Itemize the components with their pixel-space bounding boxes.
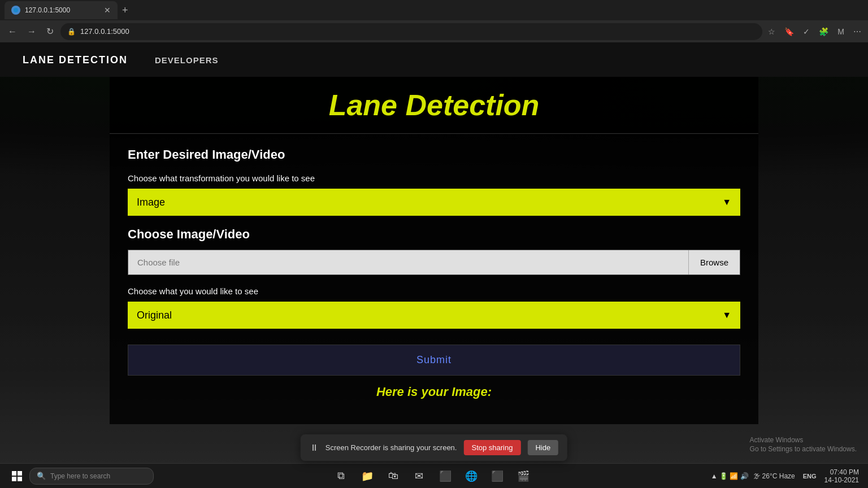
tab-favicon: [11, 6, 20, 15]
browser-tab-bar: 127.0.0.1:5000 ✕ +: [0, 0, 868, 20]
view-dropdown-wrapper: Original Grayscale Edge Detection Lane D…: [128, 302, 740, 329]
result-section: Here is your Image:: [128, 385, 740, 399]
view-select[interactable]: Original Grayscale Edge Detection Lane D…: [128, 302, 740, 329]
screen-share-bar: ⏸ Screen Recorder is sharing your screen…: [301, 434, 567, 461]
taskbar-search-icon: 🔍: [37, 472, 46, 480]
svg-point-0: [14, 8, 18, 12]
profile-icon[interactable]: M: [835, 25, 847, 38]
transformation-dropdown-wrapper: Image Video ▼: [128, 189, 740, 216]
section-heading-row: Enter Desired Image/Video: [128, 147, 740, 162]
taskbar-terminal-icon[interactable]: ⬛: [486, 465, 509, 487]
svg-rect-2: [18, 471, 22, 476]
taskbar-store-icon[interactable]: 🛍: [382, 465, 405, 487]
submit-button[interactable]: Submit: [128, 345, 740, 376]
file-input-row: Choose Image/Video Browse: [128, 227, 740, 275]
todo-icon[interactable]: ✓: [801, 25, 812, 38]
svg-rect-3: [12, 477, 16, 481]
tab-close-icon[interactable]: ✕: [104, 6, 111, 15]
transformation-row: Choose what transformation you would lik…: [128, 173, 740, 216]
address-bar[interactable]: 🔒 127.0.0.1:5000: [60, 23, 762, 40]
stop-sharing-button[interactable]: Stop sharing: [463, 440, 520, 455]
taskbar-time: 07:40 PM: [824, 468, 859, 476]
activate-windows-watermark: Activate Windows Go to Settings to activ…: [750, 436, 857, 454]
panel-header: Lane Detection: [110, 77, 758, 134]
app-navbar: LANE DETECTION DEVELOPERS: [0, 43, 868, 77]
navbar-brand[interactable]: LANE DETECTION: [23, 54, 128, 66]
taskbar-clock: 07:40 PM 14-10-2021: [824, 468, 859, 484]
bookmark-icon[interactable]: ☆: [766, 25, 778, 38]
taskbar-app-icons: ⧉ 📁 🛍 ✉ ⬛ 🌐 ⬛ 🎬: [154, 465, 711, 487]
section-heading: Enter Desired Image/Video: [128, 147, 740, 162]
hide-button[interactable]: Hide: [527, 440, 558, 455]
activate-windows-line2: Go to Settings to activate Windows.: [750, 445, 857, 453]
taskbar-search-box[interactable]: 🔍 Type here to search: [29, 468, 154, 485]
content-panel: Lane Detection Enter Desired Image/Video…: [110, 77, 758, 424]
new-tab-button[interactable]: +: [120, 2, 131, 19]
taskbar-weather: 🌫 26°C Haze: [753, 472, 795, 480]
screen-share-pause-icon: ⏸: [310, 443, 319, 453]
browser-toolbar: ← → ↻ 🔒 127.0.0.1:5000 ☆ 🔖 ✓ 🧩 M ⋯: [0, 20, 868, 43]
taskbar-explorer-icon[interactable]: 📁: [356, 465, 379, 487]
browse-button[interactable]: Browse: [688, 250, 740, 274]
taskbar-date: 14-10-2021: [824, 476, 859, 484]
toolbar-right: ☆ 🔖 ✓ 🧩 M ⋯: [766, 25, 863, 38]
start-button[interactable]: [5, 464, 29, 489]
panel-body: Enter Desired Image/Video Choose what tr…: [110, 134, 758, 413]
taskbar: 🔍 Type here to search ⧉ 📁 🛍 ✉ ⬛ 🌐 ⬛ 🎬 ▲ …: [0, 463, 868, 488]
extensions-icon[interactable]: 🧩: [817, 25, 831, 38]
secure-icon: 🔒: [67, 28, 76, 36]
taskbar-chrome-icon[interactable]: 🌐: [460, 465, 483, 487]
screen-share-message: Screen Recorder is sharing your screen.: [326, 443, 457, 452]
file-input-container: Browse: [128, 250, 740, 275]
file-label: Choose Image/Video: [128, 227, 740, 242]
page-title: Lane Detection: [121, 88, 747, 122]
navbar-link-developers[interactable]: DEVELOPERS: [155, 53, 219, 67]
svg-rect-1: [12, 471, 16, 476]
view-row: Choose what you would like to see Origin…: [128, 286, 740, 329]
weather-text: 26°C Haze: [762, 472, 795, 480]
taskbar-systray-icons: ▲ 🔋 📶 🔊: [711, 472, 749, 480]
file-input-field[interactable]: [128, 250, 688, 274]
reload-button[interactable]: ↻: [43, 24, 57, 39]
transformation-select[interactable]: Image Video: [128, 189, 740, 216]
taskbar-camtasia-icon[interactable]: 🎬: [512, 465, 535, 487]
address-text: 127.0.0.1:5000: [80, 27, 756, 36]
menu-icon[interactable]: ⋯: [851, 25, 863, 38]
taskbar-task-view[interactable]: ⧉: [330, 465, 353, 487]
back-button[interactable]: ←: [5, 24, 20, 39]
activate-windows-line1: Activate Windows: [750, 436, 857, 444]
forward-button[interactable]: →: [24, 24, 40, 39]
taskbar-vscode-icon[interactable]: ⬛: [434, 465, 457, 487]
tab-title: 127.0.0.1:5000: [25, 6, 99, 14]
taskbar-search-placeholder: Type here to search: [50, 472, 110, 480]
main-area: Lane Detection Enter Desired Image/Video…: [0, 77, 868, 488]
taskbar-mail-icon[interactable]: ✉: [408, 465, 431, 487]
taskbar-language: ENG: [800, 473, 820, 480]
result-label: Here is your Image:: [128, 385, 740, 399]
browser-tab-active[interactable]: 127.0.0.1:5000 ✕: [5, 1, 118, 19]
transformation-label: Choose what transformation you would lik…: [128, 173, 740, 183]
taskbar-systray: ▲ 🔋 📶 🔊 🌫 26°C Haze ENG 07:40 PM 14-10-2…: [711, 468, 863, 484]
svg-rect-4: [18, 477, 22, 481]
view-label: Choose what you would like to see: [128, 286, 740, 296]
weather-icon: 🌫: [753, 472, 760, 480]
bookmark-list-icon[interactable]: 🔖: [782, 25, 796, 38]
